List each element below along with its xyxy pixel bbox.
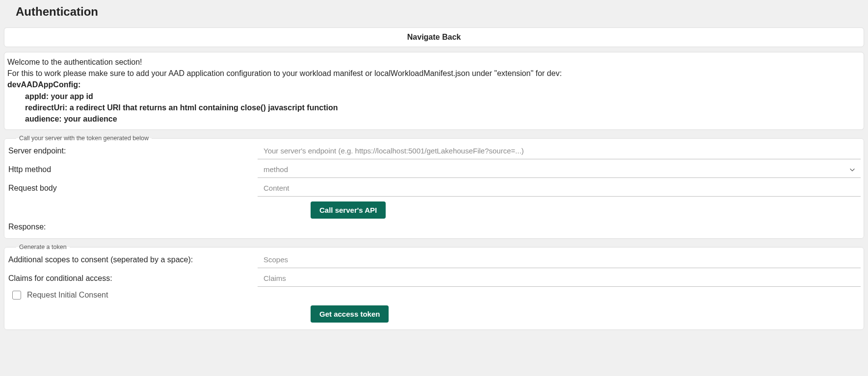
info-config-header: devAADAppConfig:: [7, 79, 861, 90]
server-endpoint-input[interactable]: [258, 143, 861, 159]
scopes-label: Additional scopes to consent (seperated …: [7, 255, 258, 264]
request-initial-consent-checkbox[interactable]: [12, 291, 21, 300]
call-server-legend: Call your server with the token generate…: [16, 135, 152, 142]
claims-label: Claims for conditional access:: [7, 274, 258, 283]
call-server-section: Call your server with the token generate…: [4, 135, 864, 239]
http-method-label: Http method: [7, 165, 258, 174]
http-method-select[interactable]: method: [258, 161, 861, 178]
page-title: Authentication: [16, 5, 864, 19]
request-body-input[interactable]: [258, 180, 861, 197]
chevron-down-icon: [849, 166, 856, 173]
generate-token-legend: Generate a token: [16, 244, 70, 251]
get-access-token-button[interactable]: Get access token: [311, 305, 389, 323]
info-redirect-uri: redirectUri: a redirect URI that returns…: [7, 102, 861, 113]
info-appid: appId: your app id: [7, 91, 861, 102]
info-welcome: Welcome to the authentication section!: [7, 56, 861, 68]
navigate-back-button[interactable]: Navigate Back: [4, 27, 864, 47]
claims-input[interactable]: [258, 270, 861, 287]
server-endpoint-label: Server endpoint:: [7, 147, 258, 155]
request-body-label: Request body: [7, 184, 258, 193]
info-panel: Welcome to the authentication section! F…: [4, 52, 864, 130]
http-method-placeholder: method: [263, 165, 288, 174]
info-audience: audience: your audience: [7, 113, 861, 125]
call-server-button[interactable]: Call server's API: [311, 201, 386, 219]
generate-token-section: Generate a token Additional scopes to co…: [4, 244, 864, 330]
scopes-input[interactable]: [258, 251, 861, 268]
request-initial-consent-label: Request Initial Consent: [27, 291, 108, 300]
info-instruction: For this to work please make sure to add…: [7, 68, 861, 79]
response-label: Response:: [7, 220, 861, 232]
